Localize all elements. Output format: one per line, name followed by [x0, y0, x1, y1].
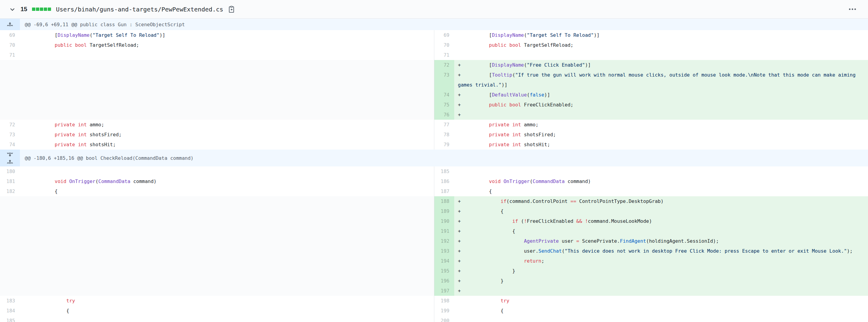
line-number-old[interactable]: 181	[0, 176, 20, 186]
line-number-new[interactable]: 75	[434, 100, 454, 110]
code-token: (	[518, 218, 524, 224]
diffstat-square	[32, 7, 35, 11]
line-number-new[interactable]: 69	[434, 30, 454, 40]
code-cell	[20, 316, 434, 322]
code-cell: + return;	[454, 256, 868, 266]
line-number-new[interactable]: 200	[434, 316, 454, 322]
line-number-new[interactable]: 186	[434, 176, 454, 186]
copy-path-icon[interactable]	[228, 6, 235, 13]
chevron-down-icon[interactable]	[9, 6, 16, 13]
diff-side-old: 183 try	[0, 296, 434, 306]
code-cell: [DisplayName("Target Self To Reload")]	[454, 30, 868, 40]
line-number-old[interactable]: 69	[0, 30, 20, 40]
diff-row: 189+ {	[0, 206, 868, 216]
line-number-old[interactable]: 182	[0, 186, 20, 196]
line-number-new[interactable]: 187	[434, 186, 454, 196]
code-token	[466, 238, 524, 244]
added-marker: +	[458, 286, 466, 296]
line-number-new[interactable]: 77	[434, 120, 454, 130]
source-code: void OnTrigger(CommandData command)	[466, 178, 591, 184]
hunk-header-row: @@ -180,6 +185,16 @@ bool CheckReload(Co…	[0, 149, 868, 167]
line-number-old[interactable]: 185	[0, 316, 20, 322]
line-number-new[interactable]: 76	[434, 110, 454, 120]
line-number-old[interactable]: 71	[0, 50, 20, 60]
line-number-old[interactable]: 184	[0, 306, 20, 316]
code-token: public	[489, 42, 506, 48]
line-number-old[interactable]: 180	[0, 167, 20, 176]
line-number-old	[0, 276, 20, 286]
code-token: command)	[130, 178, 157, 184]
diff-row: 7171	[0, 50, 868, 60]
line-number-new[interactable]: 193	[434, 246, 454, 256]
code-cell: public bool TargetSelfReload;	[20, 40, 434, 50]
line-number-old[interactable]: 183	[0, 296, 20, 306]
code-cell	[20, 60, 434, 70]
code-token: DisplayName	[58, 32, 90, 38]
diff-side-new: 74+ [DefaultValue(false)]	[434, 90, 868, 100]
line-number-new[interactable]: 78	[434, 130, 454, 140]
line-number-new[interactable]: 79	[434, 140, 454, 149]
line-number-old[interactable]: 74	[0, 140, 20, 149]
line-number-new[interactable]: 198	[434, 296, 454, 306]
diff-side-new: 195+ }	[434, 266, 868, 276]
source-code: try	[466, 298, 509, 303]
code-cell: + AgentPrivate user = ScenePrivate.FindA…	[454, 236, 868, 246]
line-number-new[interactable]: 74	[434, 90, 454, 100]
line-number-new[interactable]: 191	[434, 226, 454, 236]
line-number-new[interactable]: 199	[434, 306, 454, 316]
code-token: =	[576, 238, 579, 244]
unfold-down-icon[interactable]	[7, 151, 13, 158]
code-token	[582, 218, 585, 224]
diff-row: 191+ {	[0, 226, 868, 236]
added-marker: +	[458, 276, 466, 286]
kebab-menu-icon[interactable]	[847, 7, 858, 12]
line-number-new[interactable]: 194	[434, 256, 454, 266]
line-number-new[interactable]: 185	[434, 167, 454, 176]
source-code: private int shotsFired;	[31, 132, 122, 138]
line-number-new[interactable]: 72	[434, 60, 454, 70]
code-token: false	[530, 92, 544, 98]
diff-row: 74+ [DefaultValue(false)]	[0, 90, 868, 100]
line-number-old[interactable]: 72	[0, 120, 20, 130]
added-marker: +	[458, 90, 466, 100]
diff-body: @@ -69,6 +69,11 @@ public class Gun : Sc…	[0, 19, 868, 322]
code-token: [	[466, 62, 492, 68]
line-number-new[interactable]: 195	[434, 266, 454, 276]
diff-side-new: 72+ [DisplayName("Free Click Enabled")]	[434, 60, 868, 70]
code-cell	[20, 196, 434, 206]
code-token: {	[31, 188, 58, 194]
code-token: ;	[541, 258, 544, 264]
code-token	[31, 132, 55, 138]
line-number-new[interactable]: 196	[434, 276, 454, 286]
line-number-new[interactable]: 189	[434, 206, 454, 216]
code-cell: +	[454, 110, 868, 120]
code-cell	[20, 216, 434, 226]
line-number-new[interactable]: 188	[434, 196, 454, 206]
source-code: void OnTrigger(CommandData command)	[31, 178, 156, 184]
line-number-old[interactable]: 70	[0, 40, 20, 50]
code-token	[466, 102, 489, 108]
line-number-new[interactable]: 73	[434, 70, 454, 90]
diff-side-old	[0, 236, 434, 246]
line-number-new[interactable]: 197	[434, 286, 454, 296]
line-number-new[interactable]: 192	[434, 236, 454, 246]
line-number-new[interactable]: 71	[434, 50, 454, 60]
code-token: (	[562, 248, 565, 254]
line-number-old[interactable]: 73	[0, 130, 20, 140]
diff-side-new: 70 public bool TargetSelfReload;	[434, 40, 868, 50]
code-token: bool	[509, 102, 521, 108]
diff-side-old	[0, 90, 434, 100]
code-token	[506, 42, 509, 48]
diff-row: 72+ [DisplayName("Free Click Enabled")]	[0, 60, 868, 70]
unfold-up-icon[interactable]	[7, 158, 13, 165]
added-marker: +	[458, 216, 466, 226]
code-token	[509, 142, 513, 147]
line-number-new[interactable]: 70	[434, 40, 454, 50]
hunk-expand-gutter	[0, 19, 20, 30]
code-cell	[20, 206, 434, 216]
diff-side-old	[0, 100, 434, 110]
code-token: user.	[466, 248, 538, 254]
line-number-new[interactable]: 190	[434, 216, 454, 226]
diffstat-square	[40, 7, 43, 11]
unfold-up-icon[interactable]	[7, 21, 13, 28]
